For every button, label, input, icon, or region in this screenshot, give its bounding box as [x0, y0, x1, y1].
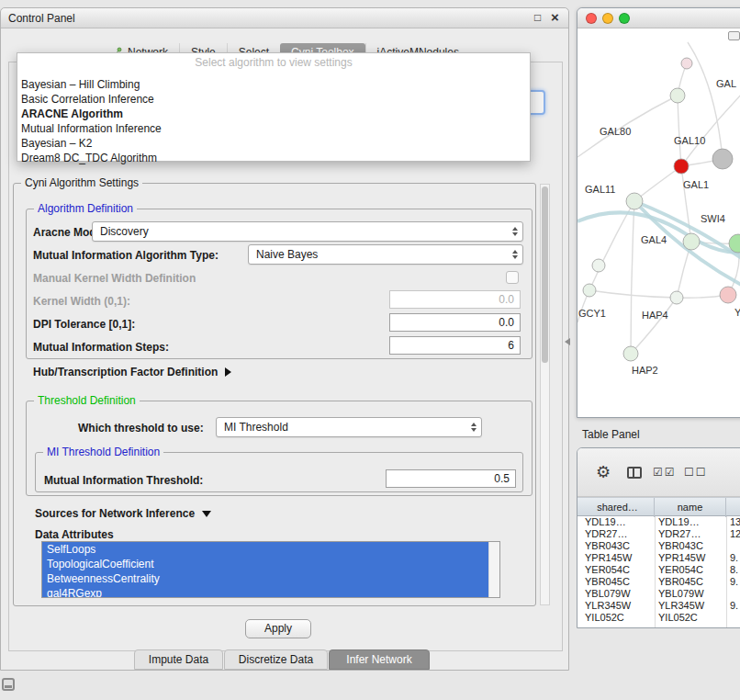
network-node[interactable] [712, 149, 733, 169]
algorithm-item[interactable]: Bayesian – Hill Climbing [17, 77, 530, 92]
settings-scrollbar-thumb[interactable] [542, 186, 548, 363]
algorithm-item[interactable]: Mutual Information Inference [17, 121, 530, 136]
network-node-hap4[interactable] [720, 287, 736, 303]
screen: Control Panel □ × Network Style Select [0, 0, 740, 700]
table-panel-title: Table Panel [582, 428, 640, 441]
cell-shared-name: YLR345W [585, 600, 631, 612]
mi-algorithm-type-value: Naive Bayes [256, 248, 318, 261]
mi-threshold-value: 0.5 [494, 472, 510, 485]
algorithm-definition-title: Algorithm Definition [34, 202, 137, 216]
tab-discretize-data[interactable]: Discretize Data [224, 649, 328, 670]
network-node-gal10[interactable] [674, 159, 689, 174]
gear-icon[interactable]: ⚙ [596, 462, 611, 482]
float-window-icon[interactable]: □ [534, 11, 541, 24]
node-label: GAL11 [585, 184, 615, 195]
attribute-item[interactable]: gal4RGexp [42, 586, 489, 598]
threshold-definition-title: Threshold Definition [34, 394, 140, 408]
mi-threshold-label: Mutual Information Threshold: [44, 474, 203, 487]
panel-dock-icon[interactable] [2, 678, 15, 691]
node-label: GAL10 [674, 135, 705, 146]
attribute-item[interactable]: SelfLoops [42, 542, 489, 557]
network-node-gcy1[interactable] [583, 284, 596, 297]
node-label: SWI4 [701, 213, 725, 224]
mi-steps-field[interactable]: 6 [389, 336, 521, 355]
kernel-width-label: Kernel Width (0,1): [33, 295, 130, 308]
tab-discretize-data-label: Discretize Data [239, 653, 313, 666]
apply-button[interactable]: Apply [245, 619, 311, 638]
cell-shared-name: YBL079W [585, 588, 631, 600]
algorithm-item[interactable]: Bayesian – K2 [17, 136, 530, 151]
which-threshold-select[interactable]: MI Threshold [216, 417, 482, 437]
data-attributes-list: SelfLoops TopologicalCoefficient Between… [41, 541, 500, 598]
attributes-list-scrollbar[interactable] [488, 542, 499, 597]
cell-shared-name: YER054C [585, 564, 630, 576]
network-node[interactable] [592, 259, 605, 272]
hub-definition-toggle[interactable]: Hub/Transcription Factor Definition [33, 366, 231, 378]
column-header-shared-name[interactable]: shared… [581, 498, 655, 517]
splitter-collapse-icon[interactable] [565, 338, 570, 345]
algorithm-item[interactable]: Dream8 DC_TDC Algorithm [17, 151, 530, 165]
attribute-item[interactable]: BetweennessCentrality [42, 571, 489, 586]
dpi-tolerance-field[interactable]: 0.0 [389, 313, 521, 332]
network-node[interactable] [670, 88, 685, 103]
cell-name: YLR345W [658, 600, 704, 612]
table-row[interactable]: YDL19… YDL19… 13 [577, 516, 740, 528]
table-row[interactable]: YLR345W YLR345W 9. [577, 600, 740, 612]
stepper-arrows-icon [512, 227, 518, 236]
sources-toggle[interactable]: Sources for Network Inference [35, 507, 211, 520]
network-node[interactable] [681, 58, 692, 69]
node-label: GAL80 [600, 126, 631, 137]
select-all-checkboxes-icon[interactable]: ☑☑ [653, 466, 677, 479]
network-node[interactable] [683, 233, 700, 250]
cell-shared-name: YDL19… [585, 516, 626, 528]
node-label: HAP2 [632, 365, 658, 376]
table-row[interactable]: YER054C YER054C 8. [577, 564, 740, 576]
aracne-mode-select[interactable]: Discovery [92, 221, 523, 242]
node-label: GAL4 [641, 234, 667, 245]
network-node[interactable] [670, 291, 683, 304]
dpi-tolerance-value: 0.0 [499, 316, 514, 329]
cell-name: YBR043C [658, 540, 703, 552]
table-row[interactable]: YBR043C YBR043C [577, 540, 740, 552]
minimize-window-icon[interactable] [602, 13, 613, 24]
algorithm-item-selected[interactable]: ARACNE Algorithm [17, 107, 530, 121]
network-node-gal11[interactable] [626, 193, 643, 209]
cell-extra: 9. [730, 600, 738, 612]
node-label: GCY1 [578, 308, 606, 319]
close-window-icon[interactable] [586, 13, 597, 24]
cell-extra: 12 [730, 528, 740, 540]
table-row[interactable]: YBL079W YBL079W [577, 588, 740, 600]
table-row[interactable]: YDR27… YDR27… 12 [577, 528, 740, 540]
chevron-right-icon [225, 367, 231, 377]
chevron-down-icon [202, 511, 211, 517]
tab-infer-network[interactable]: Infer Network [329, 649, 430, 670]
mi-algorithm-type-label: Mutual Information Algorithm Type: [33, 249, 219, 262]
node-label: GAL [716, 78, 736, 89]
cell-name: YPR145W [658, 552, 705, 564]
kernel-width-value: 0.0 [499, 293, 514, 306]
column-header-name[interactable]: name [655, 498, 726, 517]
mi-threshold-field[interactable]: 0.5 [386, 469, 516, 488]
attribute-item[interactable]: TopologicalCoefficient [42, 557, 489, 571]
mi-algorithm-type-select[interactable]: Naive Bayes [248, 244, 523, 265]
which-threshold-value: MI Threshold [224, 421, 288, 434]
zoom-window-icon[interactable] [619, 13, 630, 24]
table-row[interactable]: YPR145W YPR145W 9. [577, 552, 740, 564]
algorithm-item[interactable]: Basic Correlation Inference [17, 92, 530, 107]
network-node-hap2[interactable] [623, 346, 638, 361]
tab-impute-data[interactable]: Impute Data [134, 649, 223, 670]
cell-name: YBR045C [658, 576, 703, 588]
deselect-all-checkboxes-icon[interactable]: ☐☐ [684, 466, 708, 479]
column-header-extra[interactable] [726, 498, 740, 517]
node-label: Y [734, 307, 740, 318]
table-row[interactable]: YIL052C YIL052C [577, 612, 740, 624]
cell-name: YIL052C [658, 612, 698, 624]
table-row[interactable]: YBR045C YBR045C 9. [577, 576, 740, 588]
node-label: GAL1 [683, 179, 709, 190]
columns-icon[interactable] [627, 467, 642, 479]
cell-name: YBL079W [658, 588, 704, 600]
close-panel-icon[interactable]: × [551, 9, 559, 25]
algorithm-popup-placeholder: Select algorithm to view settings [17, 56, 530, 70]
settings-scrollbar[interactable] [540, 184, 550, 605]
cell-extra: 9. [730, 576, 738, 588]
